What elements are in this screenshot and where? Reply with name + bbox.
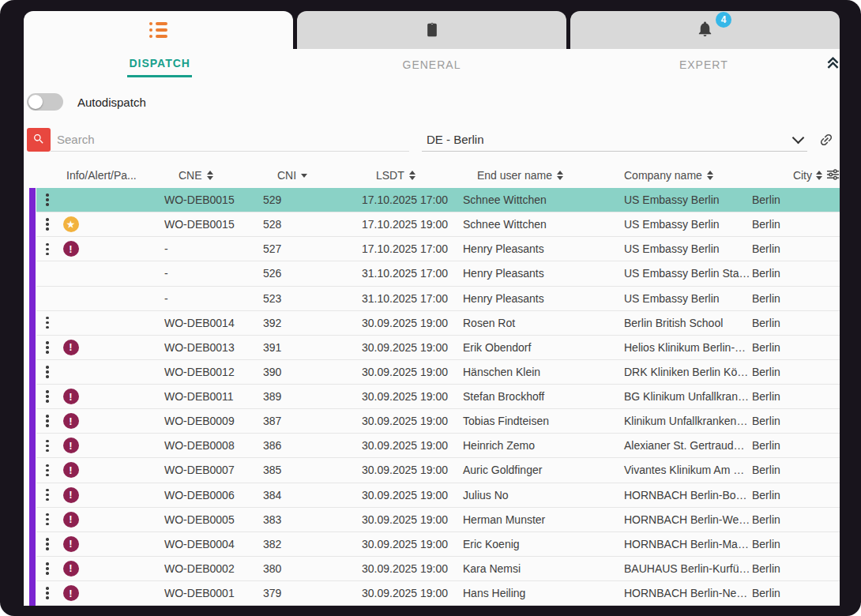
cell-cni: 382 [261, 538, 360, 550]
table-header: Info/Alert/Pa... CNE CNI LSDT End us [36, 163, 840, 188]
cell-cni: 526 [261, 267, 360, 280]
tab-dispatch[interactable] [24, 11, 293, 49]
cell-lsdt: 30.09.2025 19:00 [360, 464, 461, 476]
cell-end-user: Heinrich Zemo [461, 439, 622, 452]
column-header-cni[interactable]: CNI [261, 169, 360, 182]
column-header-cne[interactable]: CNE [163, 169, 261, 182]
table-row[interactable]: ! WO-DEB0005 383 30.09.2025 19:00 Herman… [36, 508, 840, 532]
cell-city: Berlin [750, 218, 840, 231]
kebab-menu-icon[interactable] [43, 242, 52, 257]
table-row[interactable]: WO-DEB0015 529 17.10.2025 17:00 Schnee W… [36, 188, 840, 212]
kebab-menu-icon[interactable] [43, 463, 52, 479]
table-row[interactable]: ! WO-DEB0009 387 30.09.2025 19:00 Tobias… [36, 409, 840, 434]
cell-lsdt: 17.10.2025 17:00 [360, 242, 461, 255]
search-row: DE - Berlin [24, 128, 840, 152]
table-row[interactable]: ! WO-DEB0006 384 30.09.2025 19:00 Julius… [36, 483, 840, 508]
table-row[interactable]: ! WO-DEB0004 382 30.09.2025 19:00 Eric K… [36, 532, 840, 557]
cell-city: Berlin [750, 513, 840, 526]
cell-lsdt: 17.10.2025 19:00 [360, 218, 461, 231]
table-row[interactable]: ! - 527 17.10.2025 17:00 Henry Pleasants… [36, 237, 840, 261]
cell-cni: 391 [261, 341, 360, 354]
cell-end-user: Henry Pleasants [461, 292, 622, 305]
cell-cne: WO-DEB0005 [163, 513, 261, 526]
table-row[interactable]: ! WO-DEB0007 385 30.09.2025 19:00 Auric … [36, 458, 840, 483]
table-row[interactable]: ! WO-DEB0002 380 30.09.2025 19:00 Kara N… [36, 557, 840, 581]
cell-company: US Embassy Berlin [622, 292, 750, 305]
cell-cni: 529 [261, 193, 360, 206]
link-icon[interactable] [818, 128, 834, 152]
cell-company: US Embassy Berlin [622, 242, 750, 255]
table-row[interactable]: ! WO-DEB0001 379 30.09.2025 19:00 Hans H… [36, 581, 840, 606]
cell-info: ! [36, 561, 163, 577]
column-header-lsdt[interactable]: LSDT [360, 169, 461, 182]
bell-icon [696, 20, 714, 41]
notification-badge: 4 [716, 12, 731, 28]
region-select[interactable]: DE - Berlin [422, 128, 807, 152]
cell-company: HORNBACH Berlin-Weiss... [622, 513, 750, 526]
search-button[interactable] [27, 128, 51, 152]
cell-lsdt: 30.09.2025 19:00 [360, 489, 461, 501]
cell-city: Berlin [750, 193, 840, 206]
table-row[interactable]: - 523 31.10.2025 17:00 Henry Pleasants U… [36, 287, 840, 311]
kebab-menu-icon[interactable] [43, 561, 52, 577]
column-header-end-user[interactable]: End user name [461, 169, 622, 182]
search-input[interactable] [51, 128, 409, 152]
subtab-expert[interactable]: EXPERT [568, 54, 840, 77]
table-row[interactable]: ! WO-DEB0011 389 30.09.2025 19:00 Stefan… [36, 385, 840, 409]
tab-notifications[interactable]: 4 [570, 11, 840, 49]
cell-lsdt: 30.09.2025 19:00 [360, 439, 461, 452]
search-icon [32, 133, 45, 148]
cell-city: Berlin [750, 439, 840, 452]
subtab-dispatch[interactable]: DISPATCH [24, 52, 295, 77]
column-header-city[interactable]: City [750, 169, 840, 182]
cell-info: ! [36, 438, 163, 453]
cell-info: ★ [36, 216, 163, 232]
cell-info: ! [36, 389, 163, 404]
cell-cne: - [163, 242, 261, 255]
app-window: 4 DISPATCH GENERAL EXPERT Autodispatch [0, 0, 861, 616]
cell-city: Berlin [750, 317, 840, 329]
table-row[interactable]: ! WO-DEB0008 386 30.09.2025 19:00 Heinri… [36, 434, 840, 458]
star-icon: ★ [63, 216, 79, 232]
cell-city: Berlin [750, 464, 840, 476]
cell-cni: 385 [261, 464, 360, 476]
kebab-menu-icon[interactable] [43, 512, 52, 528]
table-row[interactable]: - 526 31.10.2025 17:00 Henry Pleasants U… [36, 261, 840, 286]
cell-city: Berlin [750, 587, 840, 599]
kebab-menu-icon[interactable] [43, 340, 52, 355]
collapse-panel-icon[interactable] [826, 55, 840, 72]
kebab-menu-icon[interactable] [43, 585, 52, 601]
table-row[interactable]: WO-DEB0014 392 30.09.2025 19:00 Rosen Ro… [36, 311, 840, 336]
filter-icon[interactable] [826, 169, 840, 182]
kebab-menu-icon[interactable] [43, 536, 52, 552]
cell-end-user: Henry Pleasants [461, 267, 622, 280]
kebab-menu-icon[interactable] [43, 364, 52, 380]
kebab-menu-icon[interactable] [43, 389, 52, 404]
cell-company: BAUHAUS Berlin-Kurfürst... [622, 562, 750, 575]
autodispatch-toggle[interactable] [27, 93, 63, 111]
cell-lsdt: 30.09.2025 19:00 [360, 390, 461, 403]
cell-end-user: Henry Pleasants [461, 242, 622, 255]
cell-company: Berlin British School [622, 317, 750, 329]
cell-info: ! [36, 340, 163, 355]
column-header-company[interactable]: Company name [622, 169, 750, 182]
kebab-menu-icon[interactable] [43, 438, 52, 454]
tab-general[interactable] [297, 11, 566, 49]
cell-company: US Embassy Berlin [622, 193, 750, 206]
subtab-general[interactable]: GENERAL [295, 54, 567, 77]
cell-end-user: Herman Munster [461, 513, 622, 526]
cell-cne: WO-DEB0012 [163, 366, 261, 378]
cell-city: Berlin [750, 390, 840, 403]
kebab-menu-icon[interactable] [43, 487, 52, 503]
table-row[interactable]: ★ WO-DEB0015 528 17.10.2025 19:00 Schnee… [36, 212, 840, 237]
kebab-menu-icon[interactable] [43, 315, 52, 331]
table-row[interactable]: ! WO-DEB0013 391 30.09.2025 19:00 Erik O… [36, 336, 840, 360]
cell-city: Berlin [750, 538, 840, 550]
kebab-menu-icon[interactable] [43, 192, 52, 208]
table-row[interactable]: WO-DEB0012 390 30.09.2025 19:00 Hänschen… [36, 360, 840, 385]
kebab-menu-icon[interactable] [43, 413, 52, 429]
kebab-menu-icon[interactable] [43, 216, 52, 232]
cell-info [36, 315, 163, 331]
cell-company: HORNBACH Berlin-Neuk... [622, 587, 750, 599]
cell-cne: WO-DEB0014 [163, 317, 261, 329]
